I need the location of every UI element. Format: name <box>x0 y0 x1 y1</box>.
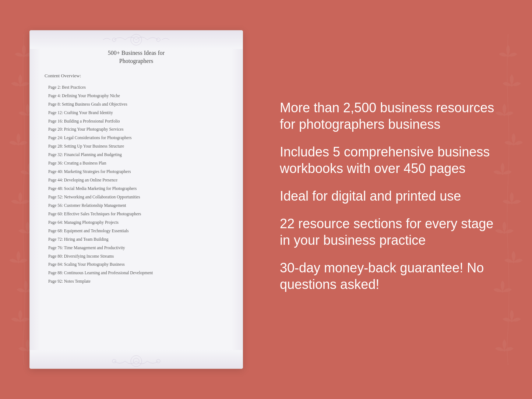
feature-text-5: 30-day money-back guarantee! No question… <box>280 259 503 293</box>
toc-item: Page 28: Setting Up Your Business Struct… <box>41 142 232 151</box>
toc-item: Page 8: Setting Business Goals and Objec… <box>41 100 232 109</box>
right-panel: More than 2,500 business resources for p… <box>265 0 532 399</box>
toc-item: Page 32: Financial Planning and Budgetin… <box>41 151 232 159</box>
toc-item: Page 52: Networking and Collaboration Op… <box>41 193 232 201</box>
feature-text-3: Ideal for digital and printed use <box>280 188 503 204</box>
left-panel: 500+ Business Ideas for Photographers Co… <box>0 0 265 399</box>
toc-item: Page 88: Continuous Learning and Profess… <box>41 269 232 277</box>
doc-side-left-border <box>30 49 41 350</box>
toc-item: Page 40: Marketing Strategies for Photog… <box>41 167 232 176</box>
toc-item: Page 20: Pricing Your Photography Servic… <box>41 125 232 134</box>
doc-top-border <box>30 31 243 49</box>
main-container: 500+ Business Ideas for Photographers Co… <box>0 0 532 399</box>
doc-bottom-border <box>30 350 243 368</box>
toc-item: Page 68: Equipment and Technology Essent… <box>41 227 232 235</box>
toc-item: Page 12: Crafting Your Brand Identity <box>41 109 232 117</box>
toc-item: Page 16: Building a Professional Portfol… <box>41 117 232 126</box>
toc-item: Page 72: Hiring and Team Building <box>41 235 232 244</box>
toc-item: Page 4: Defining Your Photography Niche <box>41 92 232 100</box>
feature-text-4: 22 resource sections for every stage in … <box>280 215 503 248</box>
feature-text-2: Includes 5 comprehensive business workbo… <box>280 144 503 177</box>
toc-item: Page 24: Legal Considerations for Photog… <box>41 134 232 142</box>
toc-item: Page 36: Creating a Business Plan <box>41 159 232 167</box>
toc-item: Page 60: Effective Sales Techniques for … <box>41 210 232 218</box>
toc-item: Page 48: Social Media Marketing for Phot… <box>41 184 232 193</box>
toc-item: Page 92: Notes Template <box>41 277 232 286</box>
doc-section-heading: Content Overview: <box>45 73 232 79</box>
toc-item: Page 64: Managing Photography Projects <box>41 218 232 227</box>
toc-item: Page 76: Time Management and Productivit… <box>41 244 232 252</box>
toc-item: Page 56: Customer Relationship Managemen… <box>41 201 232 210</box>
document-title: 500+ Business Ideas for Photographers <box>41 49 232 66</box>
toc-item: Page 80: Diversifying Income Streams <box>41 252 232 261</box>
toc-item: Page 2: Best Practices <box>41 83 232 92</box>
toc-item: Page 84: Scaling Your Photography Busine… <box>41 260 232 269</box>
table-of-contents: Page 2: Best PracticesPage 4: Defining Y… <box>41 83 232 286</box>
feature-text-1: More than 2,500 business resources for p… <box>280 99 503 133</box>
doc-side-right-border <box>232 49 243 350</box>
toc-item: Page 44: Developing an Online Presence <box>41 176 232 184</box>
document-preview: 500+ Business Ideas for Photographers Co… <box>29 30 243 369</box>
